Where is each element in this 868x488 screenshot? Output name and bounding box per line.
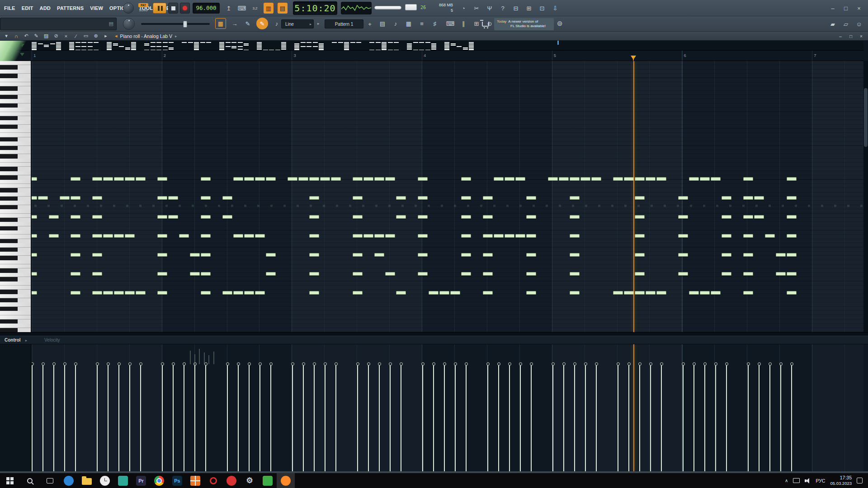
velocity-label[interactable]: Velocity: [44, 338, 60, 343]
timeline-ruler[interactable]: 1234567: [0, 51, 863, 61]
main-pitch-knob[interactable]: [123, 18, 135, 30]
note[interactable]: [722, 272, 731, 276]
piano-key[interactable]: [0, 146, 31, 150]
note[interactable]: [776, 272, 786, 276]
slice-tool-icon[interactable]: ∕: [73, 32, 79, 41]
note[interactable]: [32, 215, 37, 219]
note[interactable]: [157, 234, 167, 238]
piano-key[interactable]: [0, 61, 31, 65]
velocity-stem[interactable]: [173, 365, 174, 471]
note[interactable]: [570, 272, 580, 276]
note[interactable]: [233, 234, 243, 238]
piano-key[interactable]: [0, 315, 31, 319]
piano-key[interactable]: [0, 65, 31, 69]
velocity-stem[interactable]: [498, 365, 499, 471]
note[interactable]: [103, 177, 113, 181]
piano-key[interactable]: [0, 256, 31, 260]
note[interactable]: [483, 272, 493, 276]
piano-key[interactable]: [0, 239, 31, 243]
control-label[interactable]: Control: [5, 338, 21, 343]
shuffle-panel[interactable]: [405, 4, 417, 10]
velocity-stem[interactable]: [639, 365, 640, 471]
note[interactable]: [136, 177, 146, 181]
velocity-grid[interactable]: [32, 344, 863, 471]
piano-key[interactable]: [0, 154, 31, 158]
menu-arrow-icon[interactable]: ▾: [4, 32, 9, 41]
paint-icon[interactable]: ✎: [256, 18, 268, 29]
note[interactable]: [374, 253, 384, 257]
note[interactable]: [743, 177, 753, 181]
velocity-stem[interactable]: [487, 365, 488, 471]
piano-key[interactable]: [0, 159, 31, 163]
piano-key[interactable]: [0, 192, 31, 197]
note[interactable]: [754, 196, 764, 200]
note[interactable]: [157, 291, 167, 295]
note[interactable]: [157, 177, 167, 181]
velocity-stem[interactable]: [270, 365, 271, 471]
draw-icon[interactable]: ✎: [243, 18, 252, 29]
velocity-stem[interactable]: [205, 365, 206, 471]
piano-key[interactable]: [0, 91, 31, 95]
opera-icon[interactable]: [204, 473, 222, 488]
sharp-icon[interactable]: ♯: [430, 18, 439, 29]
piano-key[interactable]: [0, 86, 31, 90]
note[interactable]: [722, 234, 731, 238]
note[interactable]: [71, 291, 80, 295]
piano-key[interactable]: [0, 294, 31, 298]
note[interactable]: [526, 234, 536, 238]
note[interactable]: [787, 253, 797, 257]
note[interactable]: [168, 196, 178, 200]
piano-roll-grid[interactable]: [32, 61, 863, 332]
note[interactable]: [353, 291, 363, 295]
piano-keyboard[interactable]: [0, 61, 32, 332]
piano-key[interactable]: [0, 328, 31, 332]
note[interactable]: [570, 196, 580, 200]
velocity-stem[interactable]: [357, 365, 358, 471]
note[interactable]: [483, 291, 493, 295]
speaker-icon[interactable]: [805, 478, 811, 483]
note[interactable]: [635, 196, 645, 200]
piano-key[interactable]: [0, 268, 31, 272]
note[interactable]: [743, 272, 753, 276]
note[interactable]: [201, 291, 211, 295]
note[interactable]: [559, 177, 569, 181]
note[interactable]: [635, 291, 645, 295]
metronome-icon[interactable]: ▤: [278, 3, 288, 14]
app-blue-icon[interactable]: [60, 473, 78, 488]
photoshop-icon[interactable]: Ps: [168, 473, 186, 488]
delete-tool-icon[interactable]: ⊘: [53, 32, 59, 41]
paint-tool-icon[interactable]: ▨: [43, 32, 49, 41]
piano-key[interactable]: [0, 302, 31, 306]
piano-key[interactable]: [0, 120, 31, 124]
app-green-icon[interactable]: [259, 473, 277, 488]
note[interactable]: [505, 234, 514, 238]
velocity-stem[interactable]: [628, 365, 629, 471]
piano-key[interactable]: [0, 282, 31, 286]
velocity-stem[interactable]: [704, 365, 705, 471]
note[interactable]: [450, 291, 460, 295]
piano-key[interactable]: [0, 209, 31, 213]
note[interactable]: [526, 215, 536, 219]
velocity-stem[interactable]: [748, 365, 749, 471]
piano-key[interactable]: [0, 163, 31, 167]
clock[interactable]: 17:35 05.03.2023: [830, 475, 852, 487]
help-icon[interactable]: ?: [498, 3, 507, 14]
menu-file[interactable]: FILE: [1, 4, 19, 13]
note[interactable]: [201, 177, 211, 181]
note[interactable]: [222, 196, 232, 200]
velocity-stem[interactable]: [162, 365, 163, 471]
note[interactable]: [678, 272, 688, 276]
close-button[interactable]: ×: [858, 32, 864, 41]
pat-mode-badge[interactable]: PAT: [138, 3, 148, 7]
note[interactable]: [678, 234, 688, 238]
note[interactable]: [418, 253, 428, 257]
smiley-icon[interactable]: ☺: [854, 19, 863, 29]
undo-icon[interactable]: ↶: [24, 32, 29, 41]
note[interactable]: [635, 215, 645, 219]
note[interactable]: [526, 291, 536, 295]
note[interactable]: [92, 291, 102, 295]
note[interactable]: [385, 234, 395, 238]
piano-key[interactable]: [0, 260, 31, 264]
velocity-stem[interactable]: [509, 365, 510, 471]
note[interactable]: [309, 177, 319, 181]
